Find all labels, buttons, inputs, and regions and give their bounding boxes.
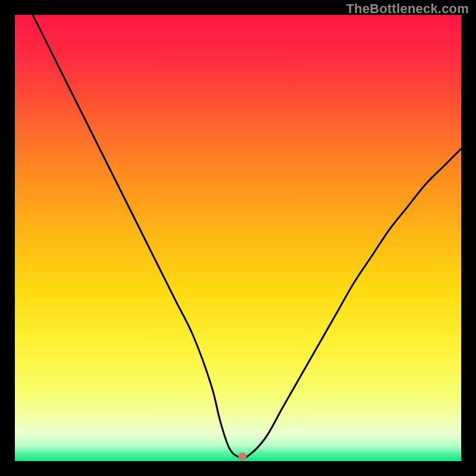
chart-plot-area <box>15 15 461 461</box>
optimal-point-marker <box>239 453 247 461</box>
chart-background-gradient <box>15 15 461 461</box>
chart-svg <box>15 15 461 461</box>
watermark-text: TheBottleneck.com <box>346 1 469 17</box>
